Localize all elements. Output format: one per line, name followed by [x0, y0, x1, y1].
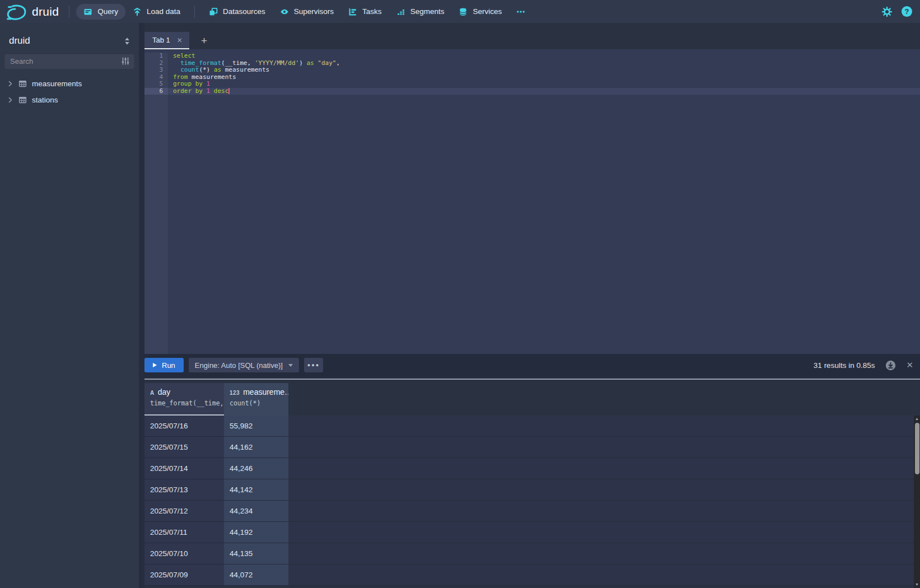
cell-day[interactable]: 2025/07/14: [144, 458, 224, 479]
help-icon[interactable]: ?: [902, 6, 912, 17]
line-number: 3: [144, 67, 168, 74]
cell-day[interactable]: 2025/07/11: [144, 522, 224, 543]
results-scrollbar[interactable]: ▲ ▼: [914, 416, 920, 588]
cell-day[interactable]: 2025/07/10: [144, 543, 224, 564]
nav-item-label: Segments: [410, 7, 445, 16]
cell-measurements[interactable]: 44,135: [224, 543, 288, 564]
sidebar-item-measurements[interactable]: measurements: [0, 76, 139, 92]
table-row[interactable]: 2025/07/1044,135: [144, 543, 920, 564]
scroll-down-icon[interactable]: ▼: [915, 581, 919, 588]
table-row[interactable]: 2025/07/1444,246: [144, 458, 920, 479]
run-button-label: Run: [162, 361, 175, 370]
table-icon: [18, 80, 27, 88]
chevron-right-icon: [7, 97, 13, 103]
table-row[interactable]: 2025/07/0944,072: [144, 564, 920, 586]
brand-wordmark: druid: [32, 5, 59, 18]
chevron-down-icon: [288, 364, 293, 367]
table-row[interactable]: 2025/07/1344,142: [144, 479, 920, 501]
top-nav: druid Query Load data: [0, 0, 920, 23]
results-panel: A day time_format(__time,… 123 measureme…: [144, 380, 920, 588]
nav-item-query[interactable]: Query: [76, 4, 125, 20]
sidebar-item-stations[interactable]: stations: [0, 92, 139, 108]
search-box: [4, 53, 134, 69]
close-results-button[interactable]: ✕: [904, 360, 915, 370]
nav-more-button[interactable]: [509, 4, 533, 20]
scroll-up-icon[interactable]: ▲: [915, 416, 919, 422]
line-number: 1: [144, 53, 168, 60]
editor-code[interactable]: select time_format(__time, 'YYYY/MM/dd')…: [168, 53, 920, 354]
content-area: druid: [0, 23, 920, 588]
nav-item-label: Datasources: [223, 7, 265, 16]
cell-day[interactable]: 2025/07/13: [144, 479, 224, 501]
more-dots-icon: [516, 7, 525, 16]
sql-editor[interactable]: 123456 select time_format(__time, 'YYYY/…: [144, 49, 920, 354]
engine-select[interactable]: Engine: Auto [SQL (native)]: [189, 358, 299, 372]
nav-item-label: Query: [97, 7, 118, 16]
query-workbench: Tab 1 ✕ + 123456 select time_format(__ti…: [139, 23, 920, 588]
segments-icon: [396, 7, 405, 16]
column-name: measureme…: [243, 388, 288, 396]
code-line[interactable]: from measurements: [168, 74, 920, 81]
query-more-button[interactable]: ●●●: [304, 358, 323, 372]
tab-1[interactable]: Tab 1 ✕: [144, 32, 189, 49]
cell-measurements[interactable]: 55,982: [224, 416, 288, 437]
cell-measurements[interactable]: 44,162: [224, 437, 288, 458]
nav-item-label: Services: [473, 7, 502, 16]
double-caret-icon[interactable]: [124, 37, 130, 45]
results-summary: 31 results in 0.85s: [814, 361, 875, 370]
search-input[interactable]: [10, 57, 121, 66]
code-line[interactable]: count(*) as measurements: [168, 67, 920, 74]
line-number: 6: [144, 88, 168, 95]
download-icon: [885, 360, 896, 371]
cell-measurements[interactable]: 44,234: [224, 501, 288, 522]
column-header-measurements[interactable]: 123 measureme… count(*): [224, 383, 288, 416]
cell-measurements[interactable]: 44,192: [224, 522, 288, 543]
results-body: 2025/07/1655,9822025/07/1544,1622025/07/…: [144, 416, 920, 586]
cell-day[interactable]: 2025/07/16: [144, 416, 224, 437]
cell-day[interactable]: 2025/07/09: [144, 564, 224, 586]
nav-item-supervisors[interactable]: Supervisors: [273, 4, 341, 20]
tasks-icon: [348, 7, 357, 16]
gear-icon[interactable]: [882, 7, 892, 17]
nav-item-label: Supervisors: [294, 7, 334, 16]
tab-close-icon[interactable]: ✕: [177, 36, 183, 44]
run-button[interactable]: Run: [144, 358, 184, 372]
code-line[interactable]: time_format(__time, 'YYYY/MM/dd') as "da…: [168, 60, 920, 67]
schema-header: druid: [0, 30, 139, 52]
table-row[interactable]: 2025/07/1244,234: [144, 501, 920, 522]
table-row[interactable]: 2025/07/1655,982: [144, 416, 920, 437]
nav-divider: [69, 6, 69, 18]
nav-item-label: Load data: [147, 7, 180, 16]
engine-select-label: Engine: Auto [SQL (native)]: [195, 361, 283, 370]
nav-divider: [194, 6, 195, 18]
add-tab-button[interactable]: +: [198, 32, 211, 49]
column-name: day: [158, 388, 171, 396]
cell-measurements[interactable]: 44,246: [224, 458, 288, 479]
code-line[interactable]: group by 1: [168, 81, 920, 88]
cell-measurements[interactable]: 44,072: [224, 564, 288, 586]
nav-item-services[interactable]: Services: [451, 4, 509, 20]
table-label: stations: [32, 96, 58, 104]
datasources-icon: [209, 7, 218, 16]
cell-filler: [288, 522, 920, 543]
query-icon: [83, 7, 92, 16]
nav-item-label: Tasks: [362, 7, 382, 16]
schema-title: druid: [9, 35, 30, 46]
nav-item-segments[interactable]: Segments: [389, 4, 452, 20]
druid-logo[interactable]: druid: [6, 3, 59, 20]
nav-item-datasources[interactable]: Datasources: [202, 4, 273, 20]
code-line[interactable]: order by 1 desc: [168, 88, 920, 95]
cell-day[interactable]: 2025/07/15: [144, 437, 224, 458]
scrollbar-thumb[interactable]: [915, 423, 919, 474]
tab-bar: Tab 1 ✕ +: [144, 23, 920, 49]
cell-measurements[interactable]: 44,142: [224, 479, 288, 501]
table-row[interactable]: 2025/07/1544,162: [144, 437, 920, 458]
nav-item-load-data[interactable]: Load data: [125, 4, 188, 20]
column-header-day[interactable]: A day time_format(__time,…: [144, 383, 224, 416]
cell-day[interactable]: 2025/07/12: [144, 501, 224, 522]
play-icon: [153, 363, 157, 367]
download-results-button[interactable]: [885, 360, 896, 371]
filter-sliders-icon[interactable]: [121, 57, 130, 66]
table-row[interactable]: 2025/07/1144,192: [144, 522, 920, 543]
nav-item-tasks[interactable]: Tasks: [341, 4, 389, 20]
